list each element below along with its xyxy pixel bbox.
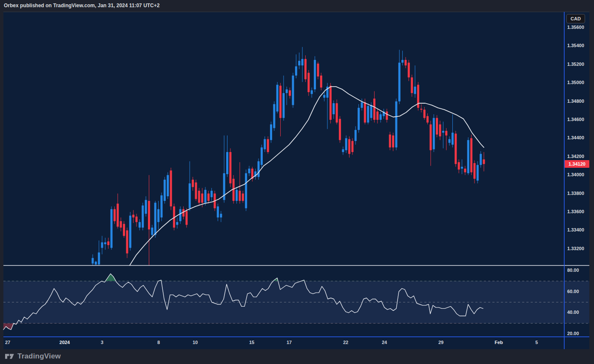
- candle-body: [195, 183, 197, 199]
- candle-body: [336, 103, 338, 123]
- candle-body: [436, 118, 438, 135]
- candle-body: [414, 87, 416, 94]
- candle-body: [480, 154, 482, 165]
- candle-body: [398, 63, 401, 102]
- candle-body: [304, 59, 307, 79]
- candle-body: [358, 108, 360, 130]
- candle-body: [148, 201, 150, 229]
- candle-body: [467, 140, 469, 173]
- candle-body: [345, 138, 347, 150]
- candle-body: [160, 195, 162, 217]
- candle-body: [314, 60, 316, 89]
- candle-body: [348, 139, 350, 154]
- candle-body: [420, 109, 422, 110]
- candle-body: [151, 228, 153, 235]
- candle-body: [104, 243, 106, 244]
- candle-body: [154, 203, 156, 235]
- candle-body: [473, 163, 475, 179]
- candle-body: [114, 209, 116, 221]
- candle-body: [333, 103, 335, 114]
- candle-body: [386, 112, 388, 120]
- candle-body: [264, 139, 266, 150]
- candle-body: [442, 131, 444, 133]
- chart-canvas[interactable]: [0, 0, 594, 364]
- candle-body: [98, 252, 100, 264]
- candle-body: [445, 131, 447, 135]
- candle-body: [411, 77, 413, 93]
- candle-body: [217, 206, 219, 217]
- candle-body: [367, 106, 369, 122]
- candle-body: [273, 104, 275, 128]
- candle-body: [351, 141, 353, 152]
- candle-body: [395, 102, 397, 147]
- candle-body: [401, 60, 404, 63]
- candle-body: [261, 147, 263, 165]
- candle-body: [279, 86, 281, 118]
- candle-body: [142, 206, 144, 228]
- candle-body: [132, 214, 134, 217]
- candle-body: [295, 66, 297, 76]
- candle-body: [198, 191, 200, 203]
- candle-body: [370, 105, 372, 118]
- candle-body: [242, 194, 244, 201]
- candle-body: [126, 230, 128, 253]
- candle-body: [157, 209, 159, 222]
- candle-body: [433, 118, 435, 150]
- candle-body: [282, 93, 284, 118]
- candle-body: [289, 90, 291, 96]
- candle-body: [405, 60, 407, 65]
- candle-body: [185, 211, 188, 225]
- candle-body: [248, 169, 250, 173]
- candle-body: [229, 152, 231, 183]
- candle-body: [139, 222, 141, 228]
- candle-body: [452, 133, 454, 144]
- candle-body: [464, 169, 466, 172]
- candle-body: [330, 86, 332, 120]
- candle-body: [245, 173, 247, 208]
- candle-body: [426, 116, 429, 122]
- candle-body: [311, 90, 313, 94]
- candle-body: [373, 99, 375, 120]
- candle-body: [239, 191, 241, 201]
- candle-body: [458, 162, 460, 169]
- candle-body: [301, 59, 304, 65]
- candle-body: [307, 73, 310, 92]
- candle-body: [179, 209, 182, 221]
- candle-body: [389, 135, 391, 147]
- candle-body: [207, 194, 210, 201]
- candle-body: [292, 76, 294, 105]
- candle-body: [129, 216, 131, 248]
- candle-body: [342, 149, 344, 152]
- candle-body: [364, 102, 366, 123]
- candle-body: [258, 161, 260, 177]
- candle-body: [267, 139, 269, 152]
- candle-body: [226, 152, 228, 174]
- candle-body: [164, 180, 166, 201]
- candle-body: [376, 112, 378, 120]
- candle-body: [323, 95, 325, 98]
- candle-body: [167, 175, 169, 196]
- candle-body: [176, 222, 178, 225]
- candle-body: [477, 165, 479, 181]
- candle-body: [317, 64, 319, 76]
- candle-body: [111, 209, 113, 248]
- candle-body: [136, 217, 138, 222]
- candle-body: [429, 124, 432, 150]
- candle-body: [95, 262, 97, 265]
- candle-body: [210, 191, 213, 197]
- candle-body: [439, 124, 441, 136]
- candle-body: [201, 194, 203, 203]
- candle-body: [107, 241, 109, 245]
- tradingview-snapshot: Orbex published on TradingView.com, Jan …: [0, 0, 594, 364]
- candle-body: [123, 224, 125, 236]
- candle-body: [236, 190, 238, 201]
- candle-body: [392, 135, 394, 147]
- candle-body: [270, 124, 272, 140]
- candle-body: [101, 243, 103, 248]
- candle-body: [449, 139, 451, 143]
- candle-body: [120, 221, 122, 228]
- candle-body: [192, 180, 194, 187]
- candle-body: [483, 159, 485, 164]
- candle-body: [380, 114, 382, 120]
- candle-body: [204, 190, 206, 203]
